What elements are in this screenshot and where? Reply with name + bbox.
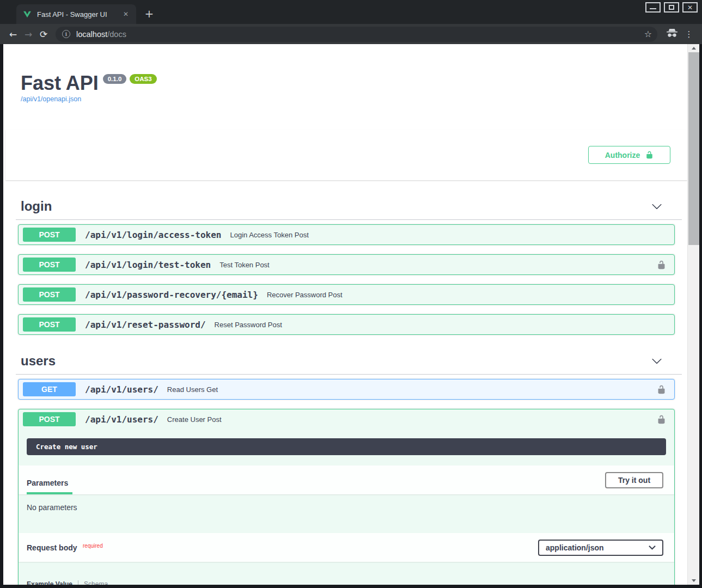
- url-host: localhost: [76, 30, 107, 39]
- address-bar[interactable]: i localhost/docs ☆: [56, 27, 657, 42]
- endpoint-summary: Test Token Post: [219, 261, 270, 269]
- window-frame: Fast API 0.1.0 OAS3 /api/v1/openapi.json…: [0, 44, 702, 588]
- method-badge: GET: [23, 382, 76, 396]
- scrollbar-thumb[interactable]: [688, 52, 699, 245]
- lock-icon: [657, 415, 666, 424]
- opblock-reset-password: POST /api/v1/reset-password/ Reset Passw…: [18, 314, 675, 335]
- unlock-icon: [645, 151, 654, 159]
- endpoint-path: /api/v1/password-recovery/{email}: [85, 290, 258, 300]
- model-example-tabs: Example Value Schema: [27, 580, 674, 585]
- swagger-ui: Fast API 0.1.0 OAS3 /api/v1/openapi.json…: [18, 72, 675, 585]
- opblock-summary[interactable]: POST /api/v1/login/access-token Login Ac…: [19, 225, 674, 244]
- required-badge: required: [83, 543, 103, 549]
- auth-lock-button[interactable]: [657, 385, 666, 394]
- request-body-header: Request body required application/json: [19, 533, 674, 562]
- api-badges: 0.1.0 OAS3: [103, 74, 157, 84]
- close-window-button[interactable]: ✕: [682, 2, 698, 13]
- method-badge: POST: [23, 258, 76, 272]
- version-badge: 0.1.0: [103, 74, 127, 84]
- minimize-icon: [650, 8, 656, 9]
- opblock-summary[interactable]: GET /api/v1/users/ Read Users Get: [19, 379, 674, 399]
- select-chevron-icon: [649, 545, 656, 550]
- oas3-badge: OAS3: [130, 74, 156, 84]
- opblock-summary[interactable]: POST /api/v1/password-recovery/{email} R…: [19, 285, 674, 304]
- scroll-up-arrow-icon[interactable]: [688, 44, 699, 52]
- endpoint-summary: Reset Password Post: [215, 321, 282, 329]
- back-button[interactable]: ←: [5, 29, 21, 40]
- chevron-down-icon[interactable]: [651, 356, 662, 366]
- browser-toolbar: ← → ⟳ i localhost/docs ☆ ⋮: [0, 24, 702, 44]
- endpoint-summary: Create User Post: [167, 415, 222, 424]
- section-login-operations: POST /api/v1/login/access-token Login Ac…: [18, 224, 675, 335]
- new-tab-button[interactable]: +: [143, 8, 156, 21]
- site-info-icon[interactable]: i: [62, 30, 70, 38]
- tab-schema[interactable]: Schema: [84, 580, 108, 585]
- method-badge: POST: [23, 317, 76, 332]
- openapi-spec-link[interactable]: /api/v1/openapi.json: [18, 95, 675, 103]
- media-type-select[interactable]: application/json: [538, 540, 663, 556]
- authorize-label: Authorize: [605, 151, 640, 160]
- tab-example-value[interactable]: Example Value: [27, 580, 78, 585]
- fastapi-favicon-icon: [23, 10, 32, 19]
- lock-icon: [657, 385, 666, 394]
- opblock-access-token: POST /api/v1/login/access-token Login Ac…: [18, 224, 675, 245]
- close-icon: ✕: [687, 4, 693, 11]
- section-users-header[interactable]: users: [16, 350, 682, 375]
- scheme-container: Authorize: [5, 130, 687, 180]
- section-login-header[interactable]: login: [16, 195, 682, 220]
- opblock-summary[interactable]: POST /api/v1/users/ Create User Post: [19, 409, 674, 429]
- tab-parameters[interactable]: Parameters: [27, 479, 72, 494]
- opblock-password-recovery: POST /api/v1/password-recovery/{email} R…: [18, 284, 675, 305]
- browser-window: Fast API - Swagger UI ✕ + ✕ ← → ⟳ i loca…: [0, 0, 702, 588]
- request-body-label-wrap: Request body required: [27, 543, 103, 553]
- bookmark-star-icon[interactable]: ☆: [644, 29, 652, 39]
- endpoint-summary: Recover Password Post: [267, 291, 343, 299]
- url-text[interactable]: localhost/docs: [76, 30, 126, 39]
- method-badge: POST: [23, 228, 76, 242]
- operation-description-bar: Create new user: [27, 438, 666, 455]
- opblock-create-user: POST /api/v1/users/ Create User Post: [18, 409, 675, 585]
- incognito-icon: [665, 29, 679, 40]
- tab-title: Fast API - Swagger UI: [37, 10, 121, 19]
- section-title: login: [19, 199, 52, 214]
- auth-lock-button[interactable]: [657, 415, 666, 424]
- api-header: Fast API 0.1.0 OAS3: [18, 72, 675, 94]
- browser-menu-icon[interactable]: ⋮: [682, 29, 695, 39]
- tab-close-icon[interactable]: ✕: [121, 9, 131, 19]
- endpoint-summary: Read Users Get: [167, 385, 218, 394]
- method-badge: POST: [23, 287, 76, 302]
- try-it-out-button[interactable]: Try it out: [605, 472, 663, 488]
- forward-button[interactable]: →: [21, 29, 36, 40]
- section-title: users: [19, 353, 56, 369]
- browser-tab[interactable]: Fast API - Swagger UI ✕: [16, 4, 136, 24]
- endpoint-path: /api/v1/users/: [85, 414, 158, 425]
- endpoint-path: /api/v1/reset-password/: [85, 320, 206, 330]
- page-scrollbar[interactable]: [687, 44, 699, 585]
- page-title: Fast API: [21, 72, 99, 94]
- tab-bar: Fast API - Swagger UI ✕ + ✕: [0, 0, 702, 24]
- endpoint-path: /api/v1/login/test-token: [85, 260, 211, 270]
- maximize-button[interactable]: [664, 2, 679, 13]
- parameters-header: Parameters Try it out: [19, 465, 674, 494]
- authorize-button[interactable]: Authorize: [588, 146, 670, 164]
- minimize-button[interactable]: [645, 2, 661, 13]
- endpoint-summary: Login Access Token Post: [230, 231, 308, 239]
- url-path: /docs: [107, 30, 126, 39]
- window-controls: ✕: [645, 2, 698, 13]
- scroll-down-arrow-icon[interactable]: [688, 577, 699, 585]
- chevron-down-icon[interactable]: [651, 201, 662, 212]
- opblock-test-token: POST /api/v1/login/test-token Test Token…: [18, 254, 675, 275]
- opblock-read-users: GET /api/v1/users/ Read Users Get: [18, 379, 675, 400]
- opblock-body: Create new user Parameters Try it out No…: [19, 438, 674, 585]
- auth-lock-button[interactable]: [657, 260, 666, 270]
- lock-icon: [657, 260, 666, 270]
- endpoint-path: /api/v1/users/: [85, 384, 158, 395]
- operation-description: Create new user: [36, 443, 97, 451]
- endpoint-path: /api/v1/login/access-token: [85, 230, 221, 240]
- no-parameters-text: No parameters: [19, 494, 674, 523]
- page-viewport: Fast API 0.1.0 OAS3 /api/v1/openapi.json…: [3, 44, 699, 585]
- section-users-operations: GET /api/v1/users/ Read Users Get: [18, 379, 675, 585]
- opblock-summary[interactable]: POST /api/v1/reset-password/ Reset Passw…: [19, 315, 674, 334]
- opblock-summary[interactable]: POST /api/v1/login/test-token Test Token…: [19, 255, 674, 274]
- reload-button[interactable]: ⟳: [36, 29, 51, 40]
